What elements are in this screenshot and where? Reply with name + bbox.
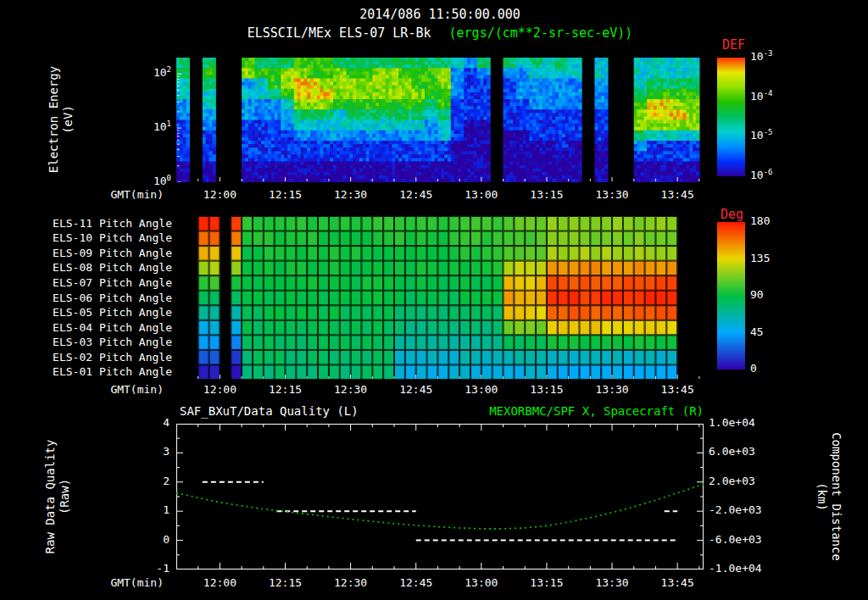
time-tick-top: 12:45: [399, 188, 432, 201]
line-plot-canvas: [176, 424, 704, 569]
deg-tick-label: 0: [750, 362, 757, 375]
quality-tick-label: 4: [163, 416, 170, 429]
distance-tick-label: 2.0e+03: [709, 475, 755, 487]
time-tick-top: 13:00: [465, 188, 498, 201]
units-title: (ergs/(cm**2-sr-sec-eV)): [449, 25, 633, 41]
def-tick-label: 10-4: [750, 90, 773, 103]
pitch-row-label: ELS-10 Pitch Angle: [53, 231, 172, 244]
deg-tick-label: 45: [750, 325, 764, 338]
pitch-row-label: ELS-02 Pitch Angle: [53, 351, 172, 364]
energy-tick-label: 102: [153, 66, 171, 79]
distance-tick-label: -6.0e+03: [709, 533, 762, 546]
quality-tick-label: -1: [156, 562, 170, 575]
time-tick-top: 13:15: [530, 188, 563, 201]
gmt-axis-label-bot: GMT(min): [110, 576, 164, 589]
deg-tick-label: 90: [750, 288, 764, 301]
pitch-angle-canvas: [176, 216, 704, 380]
els-plot-window: 2014/086 11:50:00.000 ELSSCIL/MEx ELS-07…: [0, 0, 868, 600]
bottom-left-title: SAF_BXuT/Data Quality (L): [180, 404, 359, 418]
pitch-row-label: ELS-06 Pitch Angle: [53, 292, 172, 304]
time-tick-bot: 13:15: [530, 576, 563, 589]
distance-tick-label: -2.0e+03: [709, 503, 762, 516]
def-colorbar-title: DEF: [722, 37, 745, 53]
time-tick-mid: 13:45: [661, 383, 694, 396]
def-tick-label: 10-3: [750, 50, 773, 63]
energy-tick-label: 100: [153, 175, 171, 187]
def-tick-label: 10-5: [750, 129, 773, 142]
time-tick-mid: 13:15: [530, 383, 563, 396]
deg-colorbar: [717, 222, 745, 369]
pitch-row-label: ELS-08 Pitch Angle: [53, 261, 172, 274]
time-tick-bot: 12:00: [203, 576, 236, 589]
time-tick-top: 13:30: [595, 188, 628, 201]
time-tick-top: 12:15: [269, 188, 302, 201]
time-tick-top: 12:00: [203, 188, 236, 201]
quality-tick-label: 1: [163, 503, 170, 516]
time-tick-mid: 12:45: [399, 383, 432, 396]
distance-tick-label: 6.0e+03: [709, 445, 755, 458]
timestamp-title: 2014/086 11:50:00.000: [176, 7, 704, 22]
def-tick-label: 10-6: [750, 169, 773, 181]
time-tick-top: 12:30: [334, 188, 367, 201]
time-tick-bot: 12:15: [269, 576, 302, 589]
pitch-row-label: ELS-01 Pitch Angle: [53, 365, 172, 378]
time-tick-bot: 12:45: [399, 576, 432, 589]
bottom-right-title: MEXORBMC/SPF X, Spacecraft (R): [489, 404, 704, 418]
time-tick-mid: 12:00: [203, 383, 236, 396]
pitch-row-label: ELS-09 Pitch Angle: [53, 247, 172, 259]
distance-tick-label: 1.0e+04: [709, 416, 755, 429]
time-tick-mid: 12:15: [269, 383, 302, 396]
instrument-title: ELSSCIL/MEx ELS-07 LR-Bk: [248, 25, 431, 41]
pitch-row-label: ELS-03 Pitch Angle: [53, 336, 172, 348]
time-tick-bot: 13:00: [465, 576, 498, 589]
deg-tick-label: 180: [750, 214, 770, 227]
gmt-axis-label-mid: GMT(min): [110, 383, 164, 396]
time-tick-top: 13:45: [661, 188, 694, 201]
time-tick-bot: 13:30: [595, 576, 628, 589]
time-tick-mid: 12:30: [334, 383, 367, 396]
deg-colorbar-title: Deg: [721, 207, 743, 222]
quality-tick-label: 0: [163, 533, 170, 546]
quality-y-axis-label: Raw Data Quality (Raw): [43, 412, 72, 581]
deg-tick-label: 135: [750, 252, 770, 264]
plot-title: ELSSCIL/MEx ELS-07 LR-Bk (ergs/(cm**2-sr…: [176, 25, 704, 41]
def-colorbar: [717, 58, 745, 176]
pitch-row-label: ELS-04 Pitch Angle: [53, 321, 172, 334]
pitch-row-label: ELS-05 Pitch Angle: [53, 306, 172, 319]
spec-y-axis-label: Electron Energy (eV): [47, 35, 75, 204]
energy-spectrogram-canvas: [176, 58, 704, 182]
quality-tick-label: 3: [163, 445, 170, 458]
distance-y-axis-label: Component Distance (km): [815, 403, 843, 590]
pitch-row-label: ELS-07 Pitch Angle: [53, 276, 172, 289]
time-tick-mid: 13:30: [595, 383, 628, 396]
distance-tick-label: -1.0e+04: [709, 562, 762, 575]
time-tick-bot: 12:30: [334, 576, 367, 589]
energy-tick-label: 101: [153, 120, 171, 133]
time-tick-bot: 13:45: [661, 576, 694, 589]
quality-tick-label: 2: [163, 475, 170, 487]
pitch-row-label: ELS-11 Pitch Angle: [53, 217, 172, 230]
time-tick-mid: 13:00: [465, 383, 498, 396]
gmt-axis-label-top: GMT(min): [110, 188, 164, 201]
